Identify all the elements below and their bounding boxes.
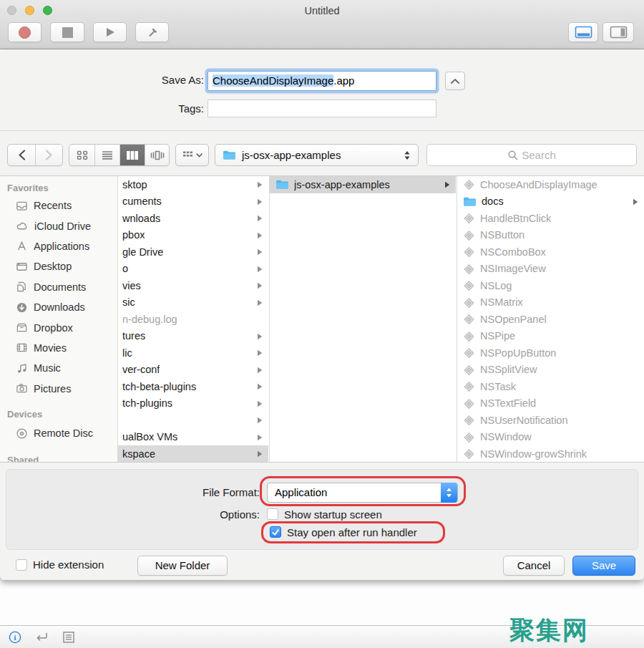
column3-row[interactable]: NSPopUpButton: [457, 344, 644, 362]
sidebar-item-applications[interactable]: Applications: [0, 236, 117, 256]
chevron-up-icon: [450, 78, 460, 84]
disc-icon: [16, 427, 28, 440]
column3-row[interactable]: NSMatrix: [457, 294, 644, 311]
column1-row[interactable]: ualBox VMs: [118, 429, 268, 446]
sidebar-item-desktop[interactable]: Desktop: [0, 256, 117, 276]
toggle-bottom-bar-button[interactable]: [568, 22, 598, 42]
list-view-button[interactable]: [94, 145, 119, 165]
compile-button[interactable]: [135, 22, 169, 42]
filename-input[interactable]: ChooseAndDisplayImage.app: [208, 71, 436, 91]
column3-row[interactable]: NSWindow: [457, 429, 644, 446]
column1-row[interactable]: vies: [118, 277, 268, 294]
folder-icon: [275, 179, 289, 190]
forward-button[interactable]: [35, 145, 62, 165]
stop-icon: [62, 27, 73, 38]
tags-label: Tags:: [86, 102, 204, 115]
sidebar-item-label: Documents: [34, 281, 86, 293]
folder-icon: [223, 150, 236, 160]
sidebar-item-dropbox[interactable]: Dropbox: [0, 317, 117, 337]
cancel-button[interactable]: Cancel: [503, 556, 565, 576]
sidebar-section-devices: Devices: [0, 399, 117, 423]
collapse-sheet-button[interactable]: [445, 72, 465, 90]
column1-row[interactable]: ver-conf: [118, 362, 268, 379]
column2-row-selected[interactable]: js-osx-app-examples: [270, 176, 456, 193]
column1-row[interactable]: sic: [118, 294, 268, 311]
list-view-icon: [102, 150, 113, 160]
disclosure-arrow-icon: [257, 299, 263, 306]
sidebar-item-label: Applications: [34, 241, 89, 252]
column3-row[interactable]: NSPipe: [457, 328, 644, 345]
column1-row[interactable]: o: [118, 261, 268, 278]
new-folder-button[interactable]: New Folder: [137, 556, 228, 576]
sidebar-section-shared: Shared: [0, 443, 117, 462]
documents-icon: [16, 281, 28, 293]
sidebar-item-remote-disc[interactable]: Shared Remote Disc: [0, 423, 117, 443]
column1-row[interactable]: pbox: [118, 227, 268, 244]
script-icon: [463, 380, 475, 392]
column1-row[interactable]: lic: [118, 344, 268, 362]
column1-row[interactable]: tch-beta-plugins: [118, 378, 268, 395]
sidebar-item-icloud-drive[interactable]: iCloud Drive: [0, 216, 117, 236]
column1-row[interactable]: [118, 412, 268, 429]
column1-row[interactable]: tures: [118, 328, 268, 345]
info-icon[interactable]: i: [9, 631, 21, 644]
movies-icon: [16, 342, 28, 354]
log-list-icon[interactable]: [62, 631, 75, 644]
column1-row[interactable]: tch-plugins: [118, 395, 268, 412]
disclosure-arrow-icon: [257, 400, 263, 407]
column3-row[interactable]: NSComboBox: [457, 243, 644, 261]
column3-row[interactable]: NSTask: [457, 378, 644, 395]
column3-row[interactable]: NSWindow-growShrink: [457, 445, 644, 462]
column-view-button[interactable]: [119, 145, 145, 165]
file-format-popup[interactable]: Application: [267, 483, 458, 503]
run-button[interactable]: [93, 22, 127, 42]
tags-input[interactable]: [208, 100, 436, 117]
sidebar-item-label: Recents: [34, 200, 72, 211]
column3-row[interactable]: ChooseAndDisplayImage: [457, 176, 644, 193]
disclosure-arrow-icon: [257, 434, 263, 441]
column3-row[interactable]: NSButton: [457, 227, 644, 244]
column3-row[interactable]: NSSplitView: [457, 362, 644, 379]
column3-row[interactable]: NSOpenPanel: [457, 311, 644, 328]
sidebar-item-music[interactable]: Music: [0, 358, 117, 378]
show-startup-screen-checkbox[interactable]: [267, 508, 278, 520]
sidebar-item-downloads[interactable]: Downloads: [0, 297, 117, 317]
stay-open-checkbox[interactable]: [270, 526, 281, 538]
search-input[interactable]: Search: [426, 144, 637, 166]
record-button[interactable]: [8, 22, 42, 42]
column3-row[interactable]: HandleBtnClick: [457, 210, 644, 227]
column3-row[interactable]: NSUserNotification: [457, 412, 644, 429]
sidebar-item-documents[interactable]: Documents: [0, 277, 117, 297]
hide-extension-checkbox[interactable]: [16, 559, 27, 571]
file-browser: Favorites Recents iCloud Drive Applicati…: [0, 175, 644, 463]
toggle-sidebar-button[interactable]: [602, 22, 634, 42]
column3-row[interactable]: NSImageView: [457, 261, 644, 278]
sidebar-item-label: Remote Disc: [34, 427, 93, 439]
stop-button[interactable]: [50, 22, 84, 42]
column3-row[interactable]: NSTextField: [457, 395, 644, 412]
column3-row[interactable]: NSLog: [457, 277, 644, 294]
disclosure-arrow-icon: [257, 266, 263, 273]
sidebar-item-movies[interactable]: Movies: [0, 338, 117, 358]
column1-row[interactable]: sktop: [118, 176, 268, 193]
sidebar-item-recents[interactable]: Recents: [0, 195, 117, 216]
disclosure-arrow-icon: [257, 248, 263, 256]
chevron-down-icon: [196, 153, 203, 158]
column3-row-docs[interactable]: docs: [457, 193, 644, 211]
sidebar-item-pictures[interactable]: Pictures: [0, 379, 117, 399]
arrange-menu-button[interactable]: [175, 144, 209, 166]
column1-row[interactable]: wnloads: [118, 210, 268, 227]
column1-row[interactable]: gle Drive: [118, 243, 268, 261]
path-popup-button[interactable]: js-osx-app-examples: [215, 144, 419, 166]
back-button[interactable]: [8, 145, 35, 165]
column1-row[interactable]: cuments: [118, 193, 268, 211]
coverflow-view-button[interactable]: [145, 145, 169, 165]
watermark: 聚集网: [509, 614, 589, 647]
stay-open-label: Stay open after run handler: [287, 526, 417, 538]
column1-row-selected[interactable]: kspace: [118, 445, 268, 462]
column1-row[interactable]: n-debug.log: [118, 311, 268, 328]
icon-view-button[interactable]: [69, 145, 94, 165]
save-button[interactable]: Save: [572, 556, 635, 576]
chevron-down-icon: [446, 493, 452, 498]
return-arrow-icon[interactable]: [34, 631, 49, 643]
